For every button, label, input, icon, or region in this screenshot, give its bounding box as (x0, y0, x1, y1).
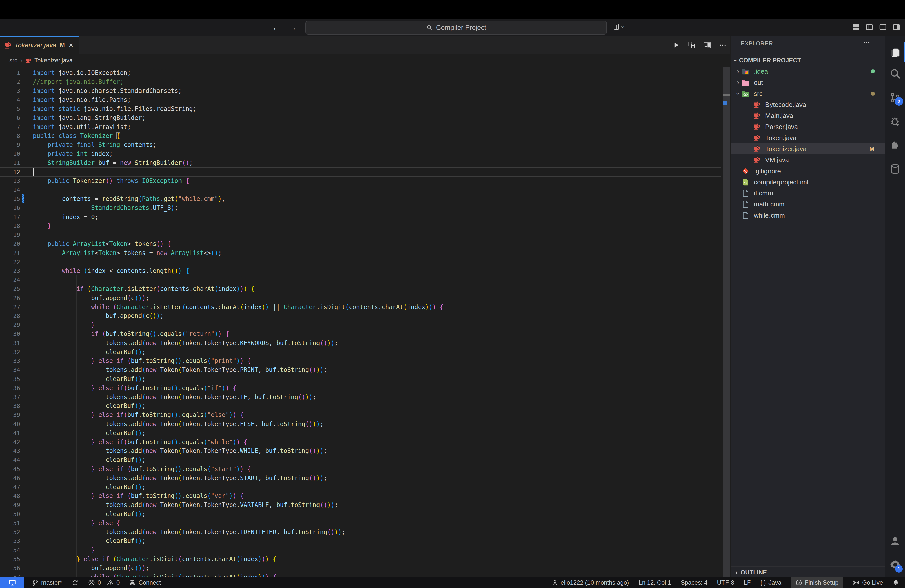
line-number[interactable]: 27 (0, 304, 20, 310)
line-number[interactable]: 41 (0, 430, 20, 436)
code-line[interactable]: 9 private final String contents; (0, 140, 730, 149)
status-branch[interactable]: master* (32, 577, 62, 588)
code-line[interactable]: 31 tokens.add(new Token(Token.TokenType.… (0, 338, 730, 348)
code-line[interactable]: 44 clearBuf(); (0, 456, 730, 464)
code-line[interactable]: 40 tokens.add(new Token(Token.TokenType.… (0, 420, 730, 429)
code-line[interactable]: 27 while (Character.isLetter(contents.ch… (0, 302, 730, 311)
code-line[interactable]: 17 index = 0; (0, 213, 730, 222)
history-back-button[interactable]: ← (272, 22, 281, 33)
code-line[interactable]: 39 } else if(buf.toString().equals("else… (0, 410, 730, 420)
activity-run-debug-icon[interactable] (889, 116, 901, 127)
line-number[interactable]: 57 (0, 574, 20, 577)
line-number[interactable]: 19 (0, 232, 20, 238)
code-line[interactable]: 37 tokens.add(new Token(Token.TokenType.… (0, 393, 730, 402)
layout-control-dropdown[interactable]: › (613, 21, 624, 34)
code-line[interactable]: 13 public Tokenizer() throws IOException… (0, 176, 730, 186)
code-line[interactable]: 2//import java.nio.Buffer; (0, 78, 730, 86)
code-line[interactable]: 12 (0, 167, 730, 176)
activity-explorer-icon[interactable] (889, 46, 901, 58)
line-number[interactable]: 17 (0, 214, 20, 220)
code-line[interactable]: 32 clearBuf(); (0, 348, 730, 357)
line-number[interactable]: 46 (0, 475, 20, 482)
status-git-blame[interactable]: elio1222 (10 months ago) (551, 577, 629, 588)
more-actions-icon[interactable] (719, 41, 727, 49)
code-line[interactable]: 22 (0, 257, 730, 267)
line-number[interactable]: 11 (0, 160, 20, 166)
line-number[interactable]: 28 (0, 313, 20, 319)
line-number[interactable]: 39 (0, 412, 20, 418)
line-number[interactable]: 36 (0, 385, 20, 391)
line-number[interactable]: 8 (0, 132, 20, 139)
code-line[interactable]: 20 public ArrayList<Token> tokens() { (0, 240, 730, 248)
code-line[interactable]: 26 buf.append(c()); (0, 294, 730, 302)
tree-item-src[interactable]: ›src (731, 88, 885, 99)
editor-scrollbar[interactable] (722, 67, 730, 577)
line-number[interactable]: 5 (0, 106, 20, 112)
line-number[interactable]: 30 (0, 331, 20, 337)
tree-item-token-java[interactable]: Token.java (731, 132, 885, 143)
line-number[interactable]: 23 (0, 268, 20, 274)
code-line[interactable]: 34 tokens.add(new Token(Token.TokenType.… (0, 366, 730, 375)
activity-search-icon[interactable] (889, 68, 901, 79)
code-line[interactable]: 43 tokens.add(new Token(Token.TokenType.… (0, 447, 730, 456)
breadcrumb-folder[interactable]: src (9, 57, 17, 64)
code-line[interactable]: 30 if (buf.toString().equals("return")) … (0, 329, 730, 338)
line-number[interactable]: 7 (0, 124, 20, 130)
tab-close-icon[interactable]: × (69, 41, 73, 49)
line-number[interactable]: 26 (0, 295, 20, 301)
line-number[interactable]: 24 (0, 277, 20, 283)
line-number[interactable]: 33 (0, 358, 20, 364)
line-number[interactable]: 4 (0, 97, 20, 103)
code-line[interactable]: 38 clearBuf(); (0, 401, 730, 410)
code-line[interactable]: 14 (0, 185, 730, 194)
split-editor-icon[interactable] (703, 41, 711, 49)
tree-item-while-cmm[interactable]: while.cmm (731, 210, 885, 221)
code-lines[interactable]: 1import java.io.IOException;2//import ja… (0, 68, 730, 577)
scrollbar-thumb[interactable] (723, 67, 730, 577)
code-line[interactable]: 15 contents = readString(Paths.get("whil… (0, 194, 730, 203)
code-line[interactable]: 5import static java.nio.file.Files.readS… (0, 104, 730, 113)
code-line[interactable]: 47 clearBuf(); (0, 483, 730, 492)
status-language-mode[interactable]: { }Java (760, 577, 781, 588)
code-line[interactable]: 51 } else { (0, 518, 730, 528)
code-line[interactable]: 56 buf.append(c()); (0, 564, 730, 573)
line-number[interactable]: 44 (0, 457, 20, 463)
line-number[interactable]: 13 (0, 178, 20, 184)
tree-item-parser-java[interactable]: Parser.java (731, 121, 885, 132)
code-line[interactable]: 7import java.util.ArrayList; (0, 122, 730, 132)
tree-item-vm-java[interactable]: VM.java (731, 154, 885, 165)
line-number[interactable]: 9 (0, 141, 20, 148)
line-number[interactable]: 45 (0, 466, 20, 472)
line-number[interactable]: 56 (0, 565, 20, 571)
status-encoding[interactable]: UTF-8 (717, 577, 734, 588)
code-line[interactable]: 28 buf.append(c()); (0, 311, 730, 321)
activity-account-icon[interactable] (889, 535, 901, 547)
code-line[interactable]: 10 private int index; (0, 149, 730, 159)
customize-layout-icon[interactable] (852, 23, 860, 31)
tree-item--gitignore[interactable]: .gitignore (731, 165, 885, 176)
code-line[interactable]: 48 } else if (buf.toString().equals("var… (0, 491, 730, 501)
line-number[interactable]: 12 (0, 169, 20, 175)
tree-item--idea[interactable]: ›.idea (731, 66, 885, 77)
run-button[interactable] (672, 41, 680, 49)
code-line[interactable]: 54 } (0, 545, 730, 555)
line-number[interactable]: 51 (0, 520, 20, 526)
tree-item-compilerproject-iml[interactable]: compilerproject.iml (731, 176, 885, 188)
line-number[interactable]: 25 (0, 286, 20, 292)
code-line[interactable]: 3import java.nio.charset.StandardCharset… (0, 86, 730, 95)
tab-tokenizer-java[interactable]: Tokenizer.java M × (0, 36, 79, 54)
code-line[interactable]: 46 tokens.add(new Token(Token.TokenType.… (0, 474, 730, 483)
line-number[interactable]: 34 (0, 367, 20, 373)
code-line[interactable]: 49 tokens.add(new Token(Token.TokenType.… (0, 501, 730, 510)
line-number[interactable]: 14 (0, 187, 20, 193)
status-sync[interactable] (71, 577, 78, 588)
tree-item-math-cmm[interactable]: math.cmm (731, 199, 885, 210)
line-number[interactable]: 29 (0, 322, 20, 328)
line-number[interactable]: 52 (0, 529, 20, 536)
code-editor[interactable]: 1import java.io.IOException;2//import ja… (0, 67, 730, 577)
line-number[interactable]: 32 (0, 349, 20, 355)
outline-section-header[interactable]: › OUTLINE (731, 566, 885, 578)
line-number[interactable]: 22 (0, 259, 20, 265)
status-eol[interactable]: LF (744, 577, 751, 588)
line-number[interactable]: 50 (0, 511, 20, 517)
